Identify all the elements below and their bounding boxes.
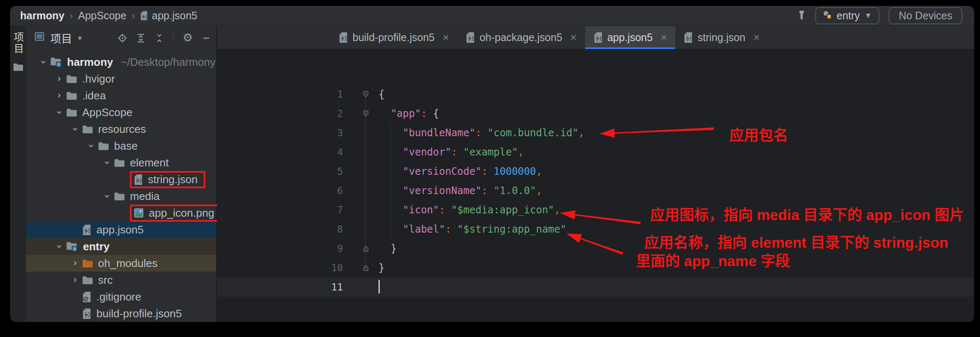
folder-icon[interactable] [13, 63, 23, 73]
code-line-4[interactable]: 4 "vendor": "example", [217, 143, 974, 162]
json-file-icon: {} [140, 11, 148, 21]
tree-item-app.json5[interactable]: {}app.json5 [26, 221, 216, 238]
chevron-down-icon[interactable] [52, 109, 66, 116]
chevron-right-icon[interactable] [52, 75, 66, 82]
tree-item-path: ~/Desktop/harmony [121, 56, 215, 69]
code-area[interactable]: 1{2 "app": {3 "bundleName": "com.bundle.… [217, 49, 974, 322]
json-file-icon: {} [594, 32, 603, 43]
chevron-down-icon[interactable] [100, 193, 114, 200]
tree-item-label: .hvigor [82, 73, 115, 86]
tree-item-AppScope[interactable]: AppScope [26, 104, 216, 121]
fold-marker-icon[interactable] [363, 245, 369, 252]
code-line-1[interactable]: 1{ [217, 85, 974, 104]
hide-panel-icon[interactable] [202, 34, 210, 42]
chevron-right-icon[interactable] [68, 260, 82, 267]
flashlight-icon[interactable] [797, 10, 806, 22]
run-target-selector[interactable]: entry ▼ [815, 7, 879, 24]
chevron-down-icon[interactable] [52, 243, 66, 250]
svg-text:}: } [88, 228, 91, 234]
code-line-2[interactable]: 2 "app": { [217, 104, 974, 123]
line-number: 7 [217, 200, 343, 220]
tab-string.json[interactable]: {}string.json× [675, 26, 768, 49]
tree-item-label: build-profile.json5 [96, 307, 182, 320]
code-line-3[interactable]: 3 "bundleName": "com.bundle.id", [217, 123, 974, 143]
tree-item-label: AppScope [82, 106, 132, 119]
tree-item-entry[interactable]: entry [26, 238, 216, 255]
project-view-selector[interactable]: 项目 ▾ [34, 30, 82, 46]
ignored-file-icon [82, 291, 91, 303]
code-line-10[interactable]: 10} [217, 258, 974, 277]
tab-build-profile.json5[interactable]: {}build-profile.json5× [330, 26, 457, 49]
tree-item-label: base [114, 140, 137, 153]
code-line-11[interactable]: 11 [217, 277, 974, 297]
folder-icon [66, 75, 77, 83]
svg-text:}: } [145, 14, 148, 19]
project-panel: 项目 ▾ ⚙ harmony~/Desktop/harmony.hvigor.i… [26, 26, 217, 322]
fold-marker-icon[interactable] [363, 110, 369, 117]
fold-marker-icon[interactable] [363, 91, 369, 98]
tree-item-src[interactable]: src [26, 272, 216, 288]
svg-text:}: } [689, 35, 692, 41]
tree-item-.gitignore[interactable]: .gitignore [26, 288, 216, 305]
folder-icon [98, 142, 109, 150]
red-highlight-box: app_icon.png [130, 205, 222, 222]
chevron-down-icon[interactable] [68, 126, 82, 132]
tree-item-string.json[interactable]: {}string.json [26, 171, 216, 188]
stripe-project-button[interactable]: 项目 [11, 32, 26, 54]
close-icon[interactable]: × [661, 31, 667, 44]
breadcrumb-folder[interactable]: AppScope [78, 10, 126, 22]
tool-window-stripe: 项目 [10, 26, 26, 322]
chevron-down-icon[interactable] [84, 143, 98, 149]
svg-text:}: } [88, 311, 91, 318]
close-icon[interactable]: × [753, 31, 760, 44]
line-number: 5 [217, 162, 343, 181]
collapse-all-icon[interactable] [155, 34, 164, 43]
json-file-icon: {} [82, 224, 91, 236]
tree-item-base[interactable]: base [26, 137, 216, 154]
tree-item-media[interactable]: media [26, 188, 216, 205]
editor-content[interactable]: 1{2 "app": {3 "bundleName": "com.bundle.… [217, 49, 974, 322]
device-selector[interactable]: No Devices [889, 7, 962, 24]
project-tree: harmony~/Desktop/harmony.hvigor.ideaAppS… [26, 50, 216, 322]
tree-item-label: src [98, 274, 113, 287]
chevron-right-icon[interactable] [52, 92, 66, 99]
code-line-5[interactable]: 5 "versionCode": 1000000, [217, 162, 974, 181]
tree-item-label: oh_modules [98, 257, 158, 270]
editor-area: {}build-profile.json5×{}oh-package.json5… [217, 26, 974, 322]
module-run-config-icon [823, 10, 832, 22]
tree-item-harmony[interactable]: harmony~/Desktop/harmony [26, 54, 216, 70]
json-file-icon: {} [82, 308, 91, 319]
close-icon[interactable]: × [570, 31, 577, 44]
json-file-icon: {} [466, 32, 475, 43]
breadcrumb-file[interactable]: {} app.json5 [140, 10, 197, 22]
tree-item-element[interactable]: element [26, 154, 216, 171]
json-file-icon: {} [134, 174, 143, 185]
fold-marker-icon[interactable] [363, 264, 369, 271]
locate-file-icon[interactable] [118, 34, 127, 43]
tab-bar: {}build-profile.json5×{}oh-package.json5… [217, 26, 974, 49]
line-number: 1 [217, 85, 343, 104]
tree-item-app_icon.png[interactable]: app_icon.png [26, 205, 216, 221]
chevron-down-icon[interactable] [36, 59, 50, 65]
close-icon[interactable]: × [443, 31, 449, 44]
tree-item-oh_modules[interactable]: oh_modules [26, 255, 216, 272]
tree-item-.idea[interactable]: .idea [26, 87, 216, 104]
expand-all-icon[interactable] [136, 34, 145, 43]
code-line-6[interactable]: 6 "versionName": "1.0.0", [217, 181, 974, 200]
tree-item-.hvigor[interactable]: .hvigor [26, 70, 216, 87]
tree-item-build-profile.json5[interactable]: {}build-profile.json5 [26, 305, 216, 322]
breadcrumb-separator: › [70, 9, 73, 22]
tab-oh-package.json5[interactable]: {}oh-package.json5× [457, 26, 585, 49]
toolbar-divider [173, 33, 174, 44]
tab-app.json5[interactable]: {}app.json5× [585, 26, 676, 49]
ide-window: harmony › AppScope › {} app.json5 entry … [10, 6, 974, 322]
annotation-icon-note: 应用图标，指向 media 目录下的 app_icon 图片 [650, 203, 964, 224]
chevron-down-icon[interactable] [100, 159, 114, 166]
title-bar: harmony › AppScope › {} app.json5 entry … [10, 6, 974, 26]
breadcrumb-project[interactable]: harmony [20, 10, 65, 22]
gear-icon[interactable]: ⚙ [183, 32, 193, 44]
project-view-icon [34, 31, 44, 44]
tree-item-label: resources [98, 123, 146, 136]
tree-item-resources[interactable]: resources [26, 121, 216, 137]
chevron-right-icon[interactable] [68, 277, 82, 283]
